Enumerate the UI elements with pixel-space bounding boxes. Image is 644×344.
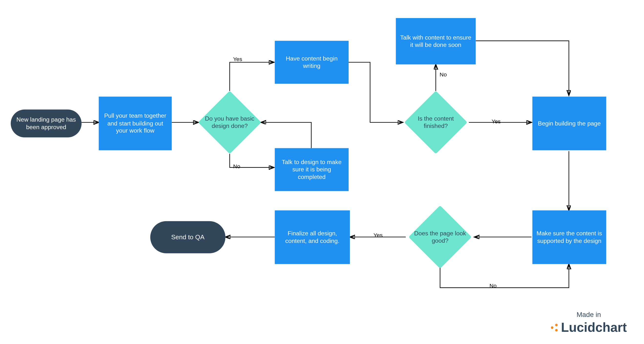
decision-label: Do you have basic design done?	[199, 100, 260, 145]
brand-text: Lucidchart	[561, 320, 627, 335]
footer-logo: Made in Lucidchart	[551, 311, 627, 335]
decision-look-good: Does the page look good?	[418, 214, 462, 259]
process-make-sure: Make sure the content is supported by th…	[532, 210, 606, 264]
edge-label-no: No	[233, 163, 240, 170]
process-finalize: Finalize all design, content, and coding…	[275, 210, 350, 264]
process-talk-design: Talk to design to make sure it is being …	[275, 148, 348, 191]
brand-lucidchart: Lucidchart	[551, 320, 627, 335]
flowchart-canvas: New landing page has been approved Pull …	[0, 0, 644, 344]
decision-label: Is the content finished?	[405, 100, 466, 145]
process-pull-team: Pull your team together and start buildi…	[99, 97, 172, 150]
lucidchart-icon	[551, 324, 558, 332]
process-begin-build: Begin building the page	[532, 97, 606, 150]
edge-label-yes: Yes	[492, 118, 501, 124]
terminator-start: New landing page has been approved	[11, 110, 82, 137]
decision-label: Does the page look good?	[408, 214, 472, 259]
edge-label-no: No	[490, 282, 496, 289]
decision-basic-design: Do you have basic design done?	[207, 100, 252, 145]
decision-content-finished: Is the content finished?	[414, 100, 458, 145]
edge-label-yes: Yes	[374, 232, 382, 238]
process-have-content: Have content begin writing	[275, 41, 348, 84]
made-in-label: Made in	[551, 311, 627, 318]
terminator-send-qa: Send to QA	[150, 221, 226, 254]
process-talk-content: Talk with content to ensure it will be d…	[396, 18, 476, 64]
edge-label-no: No	[440, 71, 447, 78]
edge-label-yes: Yes	[233, 56, 242, 62]
